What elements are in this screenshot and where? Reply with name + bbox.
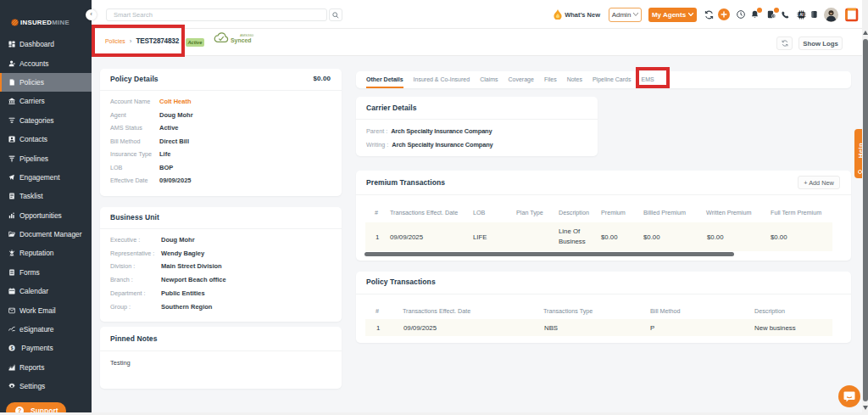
- svg-text:AI: AI: [799, 13, 804, 17]
